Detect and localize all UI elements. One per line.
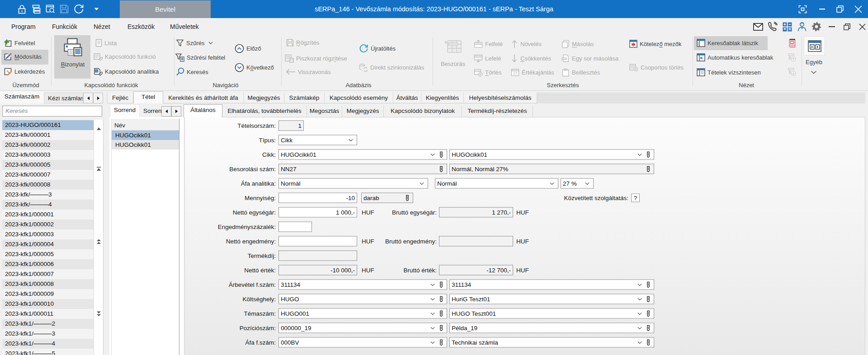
svg-text:23: 23 bbox=[513, 71, 518, 75]
